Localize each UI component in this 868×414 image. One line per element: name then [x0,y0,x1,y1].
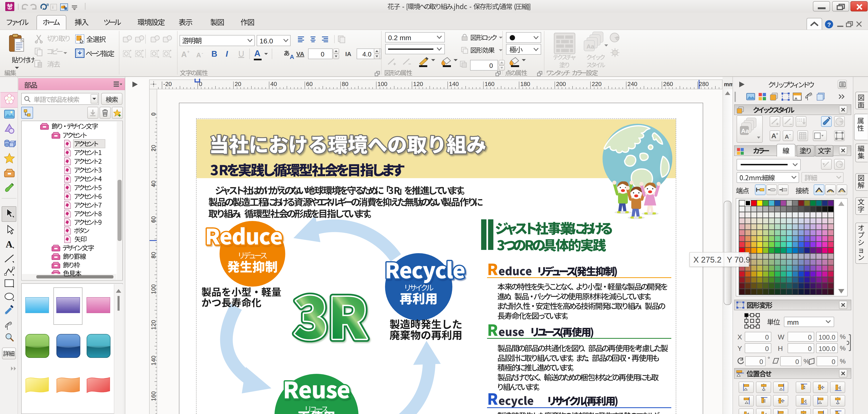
svg-text:R: R [46,3,49,7]
svg-text:Aa: Aa [741,128,749,134]
svg-text:A: A [6,239,12,249]
svg-text:i: i [52,5,54,10]
svg-text:A: A [785,134,789,140]
svg-text:Aa: Aa [586,43,594,50]
svg-text:+: + [776,131,778,136]
svg-text:-: - [789,132,790,137]
svg-text:A: A [771,132,776,140]
